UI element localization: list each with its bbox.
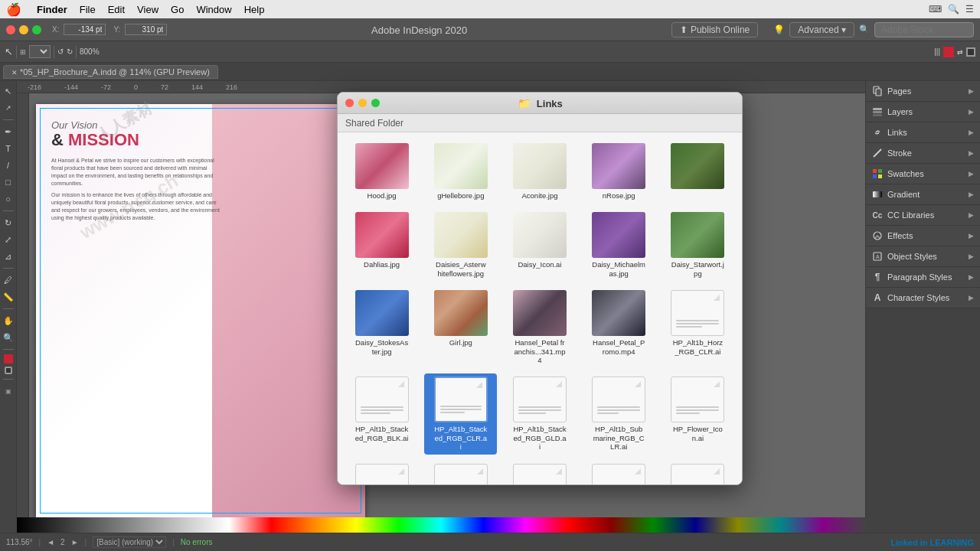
swap-colors-icon[interactable]: ⇄ bbox=[957, 48, 963, 56]
file-thumb-daisies bbox=[434, 212, 488, 258]
stroke-color-swatch[interactable] bbox=[966, 47, 975, 57]
stroke-swatch[interactable] bbox=[5, 367, 12, 374]
document-tab[interactable]: ✕ *05_HP_Brochure_A.indd @ 114% (GPU Pre… bbox=[3, 65, 218, 79]
x-input[interactable] bbox=[64, 24, 106, 35]
layout-selector[interactable]: [Basic] (working) bbox=[93, 536, 166, 548]
publish-online-button[interactable]: ⬆ Publish Online bbox=[671, 22, 758, 37]
file-item-daisies[interactable]: Daisies_Asterwhiteflowers.jpg bbox=[424, 209, 497, 281]
file-item-flowers-gld[interactable]: HP_Icon_FLOWERS_RGB_GLD.ai bbox=[583, 461, 655, 484]
panel-links-header[interactable]: Links ▶ bbox=[866, 122, 980, 142]
line-tool[interactable]: / bbox=[2, 158, 15, 172]
file-item-ghellebore[interactable]: gHellebore.jpg bbox=[424, 140, 497, 203]
adobe-stock-search[interactable] bbox=[874, 22, 974, 37]
panel-object-styles-header[interactable]: A Object Styles ▶ bbox=[866, 246, 980, 266]
file-item-hp-clr[interactable]: HP_Alt1b_Stacked_RGB_CLR.ai bbox=[424, 373, 497, 454]
measure-tool[interactable]: 📏 bbox=[2, 290, 15, 304]
zoom-tool[interactable]: 🔍 bbox=[2, 331, 15, 344]
style-dropdown[interactable] bbox=[29, 45, 51, 58]
preview-mode-icon[interactable]: ▣ bbox=[2, 384, 15, 398]
eyedropper-tool[interactable]: 🖊 bbox=[2, 273, 15, 287]
panel-swatches-header[interactable]: Swatches ▶ bbox=[866, 164, 980, 184]
close-tab-icon[interactable]: ✕ bbox=[11, 69, 18, 77]
file-label-hansel-pro: Hansel_Petal_Promo.mp4 bbox=[592, 338, 645, 356]
panel-character-styles: A Character Styles ▶ bbox=[866, 288, 980, 308]
file-item-aconite[interactable]: Aconite.jpg bbox=[503, 140, 576, 203]
ellipse-tool[interactable]: ○ bbox=[2, 192, 15, 206]
advanced-button[interactable]: Advanced ▾ bbox=[789, 22, 854, 37]
rotate-tool[interactable]: ↻ bbox=[2, 216, 15, 230]
file-item-girl[interactable]: Girl.jpg bbox=[424, 287, 497, 367]
page-next-btn[interactable]: ► bbox=[71, 538, 79, 546]
panel-stroke-header[interactable]: Stroke ▶ bbox=[866, 143, 980, 163]
fill-color-swatch[interactable] bbox=[943, 47, 954, 57]
color-strip[interactable] bbox=[17, 517, 865, 533]
object-styles-icon: A bbox=[872, 251, 883, 262]
minimize-button[interactable] bbox=[19, 25, 28, 34]
pen-tool[interactable]: ✒ bbox=[2, 125, 15, 139]
layers-chevron: ▶ bbox=[969, 108, 974, 116]
file-item-michaelmas[interactable]: Daisy_Michaelmas.jpg bbox=[583, 209, 655, 281]
file-item-stokes[interactable]: Daisy_StokesAster.jpg bbox=[345, 287, 418, 367]
help-menu[interactable]: Help bbox=[244, 4, 265, 15]
apple-menu[interactable]: 🍎 bbox=[6, 2, 21, 17]
file-item-hp-gld[interactable]: HP_Alt1b_Stacked_RGB_GLD.ai bbox=[503, 373, 576, 454]
file-item-hood[interactable]: Hood.jpg bbox=[345, 140, 418, 203]
panel-cc-header[interactable]: Cc CC Libraries ▶ bbox=[866, 205, 980, 225]
selection-tool[interactable]: ↖ bbox=[2, 84, 15, 98]
edit-menu[interactable]: Edit bbox=[108, 4, 125, 15]
page-prev-btn[interactable]: ◄ bbox=[47, 538, 54, 546]
file-menu[interactable]: File bbox=[80, 4, 96, 15]
file-item-green[interactable] bbox=[662, 140, 734, 203]
shear-tool[interactable]: ⊿ bbox=[2, 249, 15, 263]
file-item-hp-blk[interactable]: HP_Alt1b_Stacked_RGB_BLK.ai bbox=[345, 373, 418, 454]
panel-gradient-header[interactable]: Gradient ▶ bbox=[866, 184, 980, 204]
undo-icon[interactable]: ↺ bbox=[57, 47, 64, 56]
maximize-button[interactable] bbox=[32, 25, 41, 34]
file-item-bouquet[interactable]: HP_Icon_Bouquet_RGB_GLD.ai bbox=[424, 461, 497, 484]
file-thumb-aconite bbox=[513, 143, 567, 189]
file-item-hp-horz[interactable]: HP_Alt1b_Horz_RGB_CLR.ai bbox=[662, 287, 734, 367]
rectangle-tool[interactable]: □ bbox=[2, 175, 15, 189]
scale-tool[interactable]: ⤢ bbox=[2, 233, 15, 246]
direct-selection-tool[interactable]: ↗ bbox=[2, 101, 15, 115]
search-icon: 🔍 bbox=[859, 24, 870, 34]
type-tool[interactable]: T bbox=[2, 142, 15, 155]
panel-pages-header[interactable]: Pages ▶ bbox=[866, 81, 980, 101]
doc-subtitle: Our Vision bbox=[51, 119, 220, 131]
file-item-accessories[interactable]: HP_Icon_Accessories_RGB_GLD.ai bbox=[345, 461, 418, 484]
finder-menu[interactable]: Finder bbox=[37, 4, 67, 15]
panel-layers-header[interactable]: Layers ▶ bbox=[866, 102, 980, 122]
go-menu[interactable]: Go bbox=[171, 4, 184, 15]
file-item-centerpieces[interactable]: HP_Icon_Centerpieces_RGB_GLD.ai bbox=[503, 461, 576, 484]
file-item-submarine[interactable]: HP_Alt1b_Submarine_RGB_CLR.ai bbox=[583, 373, 655, 454]
char-styles-chevron: ▶ bbox=[969, 294, 974, 302]
y-input[interactable] bbox=[125, 24, 167, 35]
view-menu[interactable]: View bbox=[137, 4, 158, 15]
file-item-flowers-wht[interactable]: HP_Icon_FLOWERS_RGB_WHT.ai bbox=[662, 461, 734, 484]
file-item-daisy-icon[interactable]: Daisy_Icon.ai bbox=[503, 209, 576, 281]
panel-effects-header[interactable]: Effects ▶ bbox=[866, 226, 980, 246]
svg-rect-8 bbox=[878, 174, 882, 178]
close-button[interactable] bbox=[6, 25, 15, 34]
file-item-hansel[interactable]: Hansel_Petal franchis...341.mp4 bbox=[503, 287, 576, 367]
svg-rect-9 bbox=[873, 191, 882, 197]
panel-stroke: Stroke ▶ bbox=[866, 143, 980, 164]
file-item-hansel-pro[interactable]: Hansel_Petal_Promo.mp4 bbox=[583, 287, 655, 367]
fill-swatch[interactable] bbox=[4, 354, 13, 364]
hand-tool[interactable]: ✋ bbox=[2, 314, 15, 328]
panel-char-styles-header[interactable]: A Character Styles ▶ bbox=[866, 288, 980, 308]
redo-icon[interactable]: ↻ bbox=[67, 47, 73, 56]
file-item-dahlias[interactable]: Dahlias.jpg bbox=[345, 209, 418, 281]
file-item-nrose[interactable]: nRose.jpg bbox=[583, 140, 655, 203]
light-bulb-icon[interactable]: 💡 bbox=[773, 24, 785, 35]
panel-para-styles-header[interactable]: ¶ Paragraph Styles ▶ bbox=[866, 267, 980, 287]
file-thumb-stokes bbox=[355, 290, 409, 336]
svg-rect-3 bbox=[873, 111, 882, 113]
dialog-title: 📁 Links bbox=[346, 97, 734, 109]
document-tab-label: *05_HP_Brochure_A.indd @ 114% (GPU Previ… bbox=[20, 67, 210, 77]
svg-rect-1 bbox=[876, 89, 881, 96]
file-item-starwort[interactable]: Daisy_Starwort.jpg bbox=[662, 209, 734, 281]
zoom-display: 113.56° bbox=[6, 538, 33, 546]
file-item-flower-icon[interactable]: HP_Flower_Icon.ai bbox=[662, 373, 734, 454]
window-menu[interactable]: Window bbox=[196, 4, 231, 15]
